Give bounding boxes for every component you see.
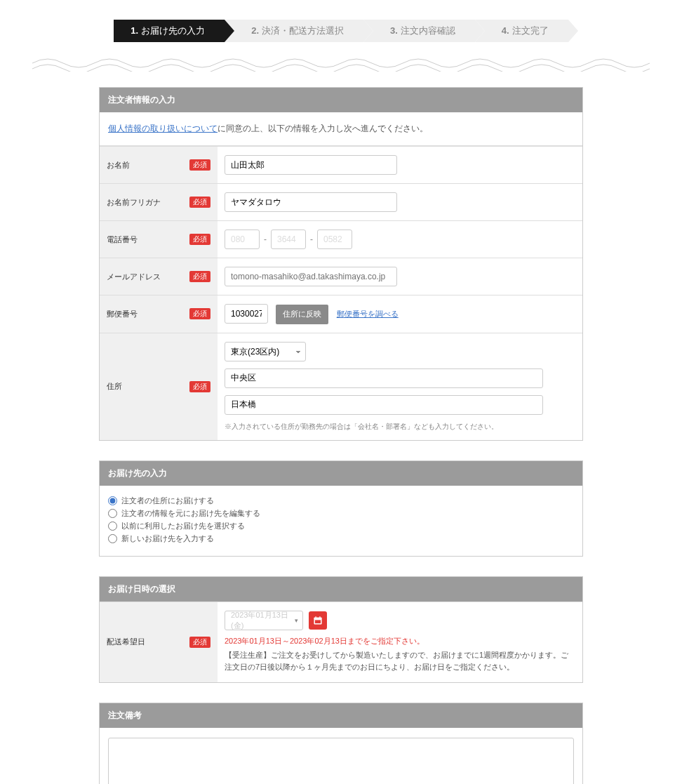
tel-input-3[interactable] [317,230,352,249]
delivery-panel: お届け日時の選択 配送希望日 必須 2023年01月13日(金) 2023年01… [99,576,583,683]
shipping-option[interactable]: 注文者の情報を元にお届け先を編集する [108,508,574,519]
shipping-radio-0[interactable] [108,496,117,505]
name-input[interactable] [225,155,397,175]
delivery-date-label: 配送希望日 必須 [100,602,218,682]
tel-label: 電話番号 必須 [100,221,218,258]
name-label: お名前 必須 [100,147,218,183]
privacy-link[interactable]: 個人情報の取り扱いについて [108,124,218,133]
step-4: 4.注文完了 [475,20,568,42]
svg-rect-1 [314,617,322,618]
postal-label: 郵便番号 必須 [100,295,218,333]
delivery-range-text: 2023年01月13日～2023年02月13日までをご指定下さい。 [225,636,575,646]
delivery-date-select[interactable]: 2023年01月13日(金) [225,611,303,630]
calendar-icon[interactable] [309,611,327,630]
orderer-panel: 注文者情報の入力 個人情報の取り扱いについてに同意の上、以下の情報を入力し次へ進… [99,87,583,441]
checkout-steps: 1.お届け先の入力 2.決済・配送方法選択 3.注文内容確認 4.注文完了 [0,20,682,42]
prefecture-select[interactable]: 東京(23区内) [225,342,306,361]
step-3: 3.注文内容確認 [363,20,475,42]
postal-lookup-link[interactable]: 郵便番号を調べる [337,310,399,318]
step-1: 1.お届け先の入力 [114,20,225,42]
shipping-option[interactable]: 新しいお届け先を入力する [108,533,574,544]
address-note: ※入力されている住所が勤務先の場合は「会社名・部署名」なども入力してください。 [225,422,575,432]
email-label: メールアドレス 必須 [100,258,218,295]
shipping-radio-1[interactable] [108,509,117,518]
delivery-desc-text: 【受注生産】ご注文をお受けしてから製造いたしますので、お届けまでに1週間程度かか… [225,651,568,672]
step-2: 2.決済・配送方法選択 [225,20,363,42]
remarks-textarea[interactable] [108,738,574,784]
delivery-heading: お届け日時の選択 [100,577,582,602]
wave-divider [32,55,650,72]
remarks-heading: 注文備考 [100,703,582,728]
tel-input-1[interactable] [225,230,260,249]
email-input[interactable] [225,267,397,286]
postal-input[interactable] [225,304,268,324]
shipping-radio-3[interactable] [108,534,117,543]
address-label: 住所 必須 [100,333,218,440]
svg-rect-4 [315,620,321,623]
remarks-panel: 注文備考 [99,703,583,784]
shipping-radio-2[interactable] [108,521,117,531]
city-input[interactable] [225,368,543,388]
address-rest-input[interactable] [225,395,543,415]
shipping-heading: お届け先の入力 [100,461,582,486]
tel-input-2[interactable] [271,230,306,249]
orderer-heading: 注文者情報の入力 [100,88,582,112]
kana-input[interactable] [225,192,397,212]
reflect-address-button[interactable]: 住所に反映 [276,305,328,324]
kana-label: お名前フリガナ 必須 [100,184,218,220]
required-badge: 必須 [189,159,210,171]
shipping-option[interactable]: 以前に利用したお届け先を選択する [108,521,574,531]
shipping-panel: お届け先の入力 注文者の住所にお届けする 注文者の情報を元にお届け先を編集する … [99,460,583,557]
shipping-option[interactable]: 注文者の住所にお届けする [108,496,574,506]
privacy-notice: 個人情報の取り扱いについてに同意の上、以下の情報を入力し次へ進んでください。 [100,112,582,146]
